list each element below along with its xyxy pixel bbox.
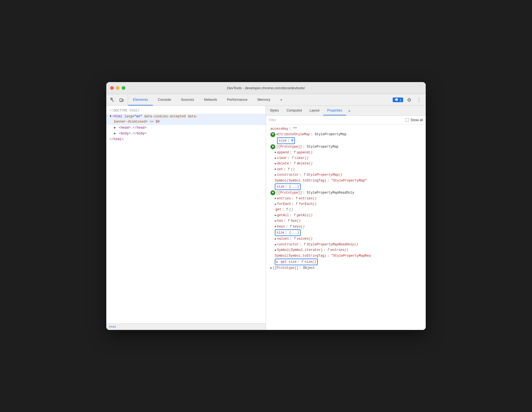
prop-values-triangle[interactable]: ▶: [275, 237, 276, 241]
message-icon: 💬: [395, 98, 398, 102]
elements-panel: <!DOCTYPE html> ▼<html lang="en" data-co…: [106, 106, 266, 330]
prop-get-size: ▶ get size:fsize(): [266, 259, 426, 265]
body-line[interactable]: ▶ <body>…</body>: [106, 131, 266, 137]
green-expand-3[interactable]: ▼: [270, 190, 275, 195]
prop-prototype-2[interactable]: ▼ [[Prototype]]:StylePropertyMapReadOnly: [266, 190, 426, 196]
prop-getall-triangle[interactable]: ▶: [275, 213, 276, 218]
main-content: <!DOCTYPE html> ▼<html lang="en" data-co…: [106, 106, 426, 330]
prop-has: ▶ has:fhas(): [266, 218, 426, 224]
elements-tree[interactable]: <!DOCTYPE html> ▼<html lang="en" data-co…: [106, 106, 266, 323]
inspector-icon[interactable]: [109, 96, 116, 104]
toolbar-right: 💬 1 ⚙ ⋮: [390, 94, 426, 105]
blue-box-size-1[interactable]: size:(...): [275, 183, 301, 190]
tab-performance[interactable]: Performance: [222, 94, 252, 105]
prop-size-0: size:0: [266, 137, 426, 144]
tab-console[interactable]: Console: [153, 94, 176, 105]
prop-entries-triangle[interactable]: ▶: [275, 196, 276, 201]
show-all-label: Show all: [411, 118, 423, 122]
titlebar: DevTools - developer.chrome.com/docs/dev…: [106, 82, 426, 94]
prop-append: ▶ append:fappend(): [266, 150, 426, 155]
prop-size-dots-2: size:(...): [266, 229, 426, 236]
toolbar-icon-group: [106, 94, 128, 105]
prop-get: get:f(): [266, 207, 426, 212]
more-options-button[interactable]: ⋮: [415, 96, 423, 104]
badge-count: 1: [400, 98, 401, 102]
main-toolbar: Elements Console Sources Network Perform…: [106, 94, 426, 106]
show-all-container[interactable]: Show all: [405, 118, 423, 122]
prop-prototype-obj-triangle[interactable]: ▶: [270, 266, 272, 270]
svg-rect-2: [122, 99, 123, 101]
tab-elements[interactable]: Elements: [128, 94, 153, 105]
body-triangle[interactable]: ▶: [114, 132, 116, 135]
prop-constructor-1-triangle[interactable]: ▶: [275, 173, 276, 177]
prop-set-triangle[interactable]: ▶: [275, 167, 276, 172]
show-all-checkbox[interactable]: [405, 118, 409, 122]
prop-foreach-triangle[interactable]: ▶: [275, 202, 276, 207]
tab-sources[interactable]: Sources: [176, 94, 199, 105]
prop-prototype-obj: ▶ [[Prototype]]:Object: [266, 265, 426, 271]
filter-bar: Show all: [266, 116, 426, 124]
doctype-text: <!DOCTYPE html>: [110, 109, 139, 113]
prop-symbol-tostring-2: Symbol(Symbol.toStringTag):"StylePropert…: [266, 253, 426, 259]
settings-button[interactable]: ⚙: [405, 96, 413, 104]
prop-set: ▶ set:f(): [266, 167, 426, 172]
html-triangle[interactable]: ▼: [110, 115, 112, 118]
traffic-lights: [110, 86, 125, 90]
html-line[interactable]: ▼<html lang="en" data-cookies-accepted d…: [106, 114, 266, 125]
prop-getall: ▶ getAll:fgetAll(): [266, 213, 426, 218]
prop-has-triangle[interactable]: ▶: [275, 219, 276, 223]
prop-get-size-triangle[interactable]: ▶: [276, 261, 278, 264]
properties-panel: Styles Computed Layout Properties » Show…: [266, 106, 426, 330]
filter-input[interactable]: [269, 118, 403, 122]
green-expand-1[interactable]: ▼: [270, 132, 275, 137]
elements-status-bar: html: [106, 323, 266, 330]
prop-foreach: ▶ forEach:fforEach(): [266, 201, 426, 207]
prop-access-key: accessKey:"": [266, 126, 426, 132]
prop-symbol-iterator-triangle[interactable]: ▶: [275, 248, 276, 253]
right-tab-more[interactable]: »: [346, 106, 353, 115]
head-triangle[interactable]: ▶: [114, 126, 116, 130]
prop-constructor-2: ▶ constructor:fStylePropertyMapReadOnly(…: [266, 242, 426, 247]
prop-delete-triangle[interactable]: ▶: [275, 161, 276, 166]
devtools-container: Elements Console Sources Network Perform…: [106, 94, 426, 330]
prop-prototype-1[interactable]: ▼ [[Prototype]]:StylePropertyMap: [266, 144, 426, 150]
html-close-line: </html>: [106, 137, 266, 142]
device-icon[interactable]: [118, 96, 125, 104]
blue-box-size-2[interactable]: size:(...): [275, 229, 301, 236]
tab-network[interactable]: Network: [199, 94, 222, 105]
prop-values: ▶ values:fvalues(): [266, 236, 426, 242]
devtools-window: DevTools - developer.chrome.com/docs/dev…: [106, 82, 426, 330]
prop-attribute-style-map[interactable]: ▼ attributeStyleMap:StylePropertyMap: [266, 132, 426, 137]
prop-entries: ▶ entries:fentries(): [266, 196, 426, 201]
prop-size-dots-1: size:(...): [266, 183, 426, 190]
prop-constructor-2-triangle[interactable]: ▶: [275, 242, 276, 247]
prop-clear-triangle[interactable]: ▶: [275, 156, 276, 161]
tab-layout[interactable]: Layout: [306, 106, 323, 115]
prop-append-triangle[interactable]: ▶: [275, 150, 276, 155]
tab-more[interactable]: »: [275, 94, 287, 105]
doctype-line: <!DOCTYPE html>: [106, 108, 266, 114]
prop-constructor-1: ▶ constructor:fStylePropertyMap(): [266, 172, 426, 178]
prop-symbol-tostring-1: Symbol(Symbol.toStringTag):"StylePropert…: [266, 178, 426, 183]
blue-box-size-0[interactable]: size:0: [277, 137, 295, 144]
green-expand-2[interactable]: ▼: [270, 144, 275, 149]
head-line[interactable]: ▶ <head>…</head>: [106, 125, 266, 131]
tab-properties[interactable]: Properties: [323, 106, 346, 115]
window-title: DevTools - developer.chrome.com/docs/dev…: [227, 86, 305, 90]
prop-delete: ▶ delete:fdelete(): [266, 161, 426, 166]
prop-clear: ▶ clear:fclear(): [266, 155, 426, 161]
right-tabs: Styles Computed Layout Properties »: [266, 106, 426, 116]
tab-styles[interactable]: Styles: [266, 106, 283, 115]
maximize-button[interactable]: [122, 86, 125, 90]
main-tabs: Elements Console Sources Network Perform…: [128, 94, 390, 105]
blue-box-get-size[interactable]: ▶ get size:fsize(): [275, 259, 318, 265]
messages-badge[interactable]: 💬 1: [393, 97, 403, 102]
tab-memory[interactable]: Memory: [253, 94, 275, 105]
prop-keys-triangle[interactable]: ▶: [275, 224, 276, 229]
breadcrumb-html[interactable]: html: [109, 325, 116, 329]
minimize-button[interactable]: [116, 86, 120, 90]
prop-symbol-iterator: ▶ Symbol(Symbol.iterator):fentries(): [266, 247, 426, 253]
close-button[interactable]: [110, 86, 114, 90]
tab-computed[interactable]: Computed: [283, 106, 306, 115]
properties-content: accessKey:"" ▼ attributeStyleMap:StylePr…: [266, 124, 426, 330]
